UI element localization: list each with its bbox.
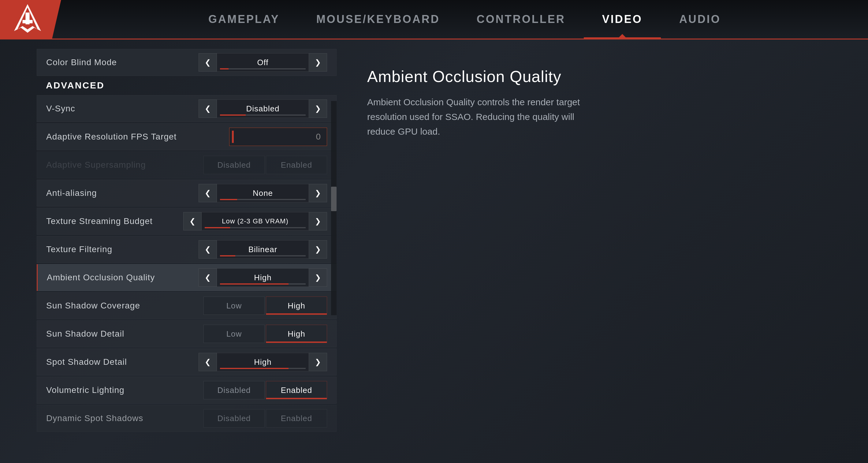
texture-budget-selector: ❮ Low (2-3 GB VRAM) ❯: [183, 212, 327, 230]
color-blind-value-display: Off: [217, 53, 309, 72]
vsync-bar-fill: [220, 115, 246, 116]
tab-audio[interactable]: AUDIO: [661, 0, 739, 38]
spot-shadow-detail-value: High: [254, 358, 271, 367]
tab-mouse-keyboard[interactable]: MOUSE/KEYBOARD: [298, 0, 458, 38]
ambient-occlusion-arrow-left-icon: ❮: [205, 273, 211, 282]
scrollbar-track[interactable]: [331, 101, 337, 315]
anti-aliasing-bar: [220, 199, 306, 200]
sun-shadow-detail-row[interactable]: Sun Shadow Detail Low High: [37, 320, 337, 347]
advanced-section-header: ADVANCED: [37, 77, 337, 95]
color-blind-mode-row[interactable]: Color Blind Mode ❮ Off ❯: [37, 49, 337, 76]
texture-budget-row[interactable]: Texture Streaming Budget ❮ Low (2-3 GB V…: [37, 208, 337, 235]
texture-budget-arrow-left-icon: ❮: [189, 217, 195, 225]
sun-shadow-detail-high-label: High: [288, 329, 305, 339]
texture-budget-bar: [205, 227, 306, 228]
ambient-occlusion-arrow-right-icon: ❯: [315, 273, 321, 282]
dynamic-spot-shadows-enabled-btn[interactable]: Enabled: [266, 409, 327, 428]
sun-shadow-coverage-row[interactable]: Sun Shadow Coverage Low High: [37, 292, 337, 319]
vsync-next-btn[interactable]: ❯: [309, 99, 327, 118]
dynamic-spot-shadows-row[interactable]: Dynamic Spot Shadows Disabled Enabled: [37, 405, 337, 432]
main-content: Color Blind Mode ❮ Off ❯ ADVANCED V: [0, 43, 868, 463]
adaptive-supersampling-enabled-label: Enabled: [281, 160, 312, 170]
color-blind-value: Off: [257, 58, 268, 67]
color-blind-bar-fill: [220, 68, 228, 69]
dynamic-spot-shadows-disabled-label: Disabled: [217, 414, 251, 423]
anti-aliasing-prev-btn[interactable]: ❮: [198, 184, 217, 202]
volumetric-lighting-enabled-btn[interactable]: Enabled: [266, 381, 327, 399]
anti-aliasing-next-btn[interactable]: ❯: [309, 184, 327, 202]
sun-shadow-detail-label: Sun Shadow Detail: [46, 329, 204, 339]
tab-gameplay[interactable]: GAMEPLAY: [190, 0, 298, 38]
ambient-occlusion-next-btn[interactable]: ❯: [309, 268, 327, 287]
anti-aliasing-value: None: [253, 188, 273, 198]
vsync-value: Disabled: [246, 104, 279, 114]
sun-shadow-detail-high-btn[interactable]: High: [266, 325, 327, 343]
vsync-prev-btn[interactable]: ❮: [198, 99, 217, 118]
vsync-bar: [220, 115, 306, 116]
sun-shadow-detail-low-btn[interactable]: Low: [204, 325, 265, 343]
adaptive-fps-row[interactable]: Adaptive Resolution FPS Target 0: [37, 123, 337, 150]
vsync-arrow-left-icon: ❮: [205, 104, 211, 113]
texture-budget-arrow-right-icon: ❯: [315, 217, 321, 225]
texture-budget-next-btn[interactable]: ❯: [309, 212, 327, 230]
anti-aliasing-row[interactable]: Anti-aliasing ❮ None ❯: [37, 180, 337, 207]
svg-rect-3: [23, 20, 33, 23]
sun-shadow-coverage-low-btn[interactable]: Low: [204, 297, 265, 315]
texture-filtering-label: Texture Filtering: [46, 245, 198, 254]
vsync-row[interactable]: V-Sync ❮ Disabled ❯: [37, 95, 337, 122]
spot-shadow-detail-row[interactable]: Spot Shadow Detail ❮ High ❯: [37, 348, 337, 375]
color-blind-next-btn[interactable]: ❯: [309, 53, 327, 72]
sun-shadow-detail-toggle: Low High: [204, 325, 327, 343]
tab-video[interactable]: VIDEO: [584, 0, 661, 38]
adaptive-supersampling-row[interactable]: Adaptive Supersampling Disabled Enabled: [37, 152, 337, 178]
texture-budget-bar-fill: [205, 227, 230, 228]
color-blind-prev-btn[interactable]: ❮: [198, 53, 217, 72]
ambient-occlusion-row[interactable]: Ambient Occlusion Quality ❮ High ❯: [37, 264, 337, 291]
spot-shadow-detail-arrow-left-icon: ❮: [205, 358, 211, 366]
ambient-occlusion-bar: [220, 283, 306, 285]
adaptive-supersampling-disabled-label: Disabled: [217, 160, 251, 170]
adaptive-supersampling-disabled-btn[interactable]: Disabled: [204, 156, 265, 174]
texture-budget-prev-btn[interactable]: ❮: [183, 212, 202, 230]
volumetric-lighting-disabled-btn[interactable]: Disabled: [204, 381, 265, 399]
sun-shadow-coverage-toggle: Low High: [204, 297, 327, 315]
color-blind-selector: ❮ Off ❯: [198, 53, 327, 72]
texture-filtering-value-display: Bilinear: [217, 240, 309, 258]
ambient-occlusion-label: Ambient Occlusion Quality: [47, 273, 198, 282]
dynamic-spot-shadows-label: Dynamic Spot Shadows: [46, 413, 204, 423]
dynamic-spot-shadows-disabled-btn[interactable]: Disabled: [204, 409, 265, 428]
spot-shadow-detail-arrow-right-icon: ❯: [315, 358, 321, 366]
tab-controller[interactable]: CONTROLLER: [458, 0, 584, 38]
texture-filtering-next-btn[interactable]: ❯: [309, 240, 327, 258]
texture-filtering-bar-fill: [220, 255, 235, 256]
sun-shadow-coverage-high-label: High: [288, 301, 305, 311]
texture-filtering-row[interactable]: Texture Filtering ❮ Bilinear ❯: [37, 236, 337, 263]
texture-filtering-prev-btn[interactable]: ❮: [198, 240, 217, 258]
fps-bar-indicator: [232, 131, 234, 143]
dynamic-spot-shadows-enabled-label: Enabled: [281, 414, 312, 423]
spot-shadow-detail-bar-fill: [220, 368, 288, 369]
ambient-occlusion-prev-btn[interactable]: ❮: [198, 268, 217, 287]
arrow-right-icon: ❯: [315, 58, 321, 67]
texture-budget-value: Low (2-3 GB VRAM): [222, 217, 288, 225]
fps-input-area[interactable]: 0: [229, 128, 327, 146]
volumetric-lighting-row[interactable]: Volumetric Lighting Disabled Enabled: [37, 377, 337, 404]
sun-shadow-coverage-high-btn[interactable]: High: [266, 297, 327, 315]
spot-shadow-detail-next-btn[interactable]: ❯: [309, 353, 327, 371]
texture-filtering-value: Bilinear: [248, 245, 278, 254]
vsync-arrow-right-icon: ❯: [315, 104, 321, 113]
color-blind-label: Color Blind Mode: [46, 58, 198, 67]
fps-value: 0: [316, 132, 327, 142]
scrollbar-thumb[interactable]: [331, 187, 337, 211]
spot-shadow-detail-prev-btn[interactable]: ❮: [198, 353, 217, 371]
adaptive-supersampling-enabled-btn[interactable]: Enabled: [266, 156, 327, 174]
adaptive-supersampling-toggle: Disabled Enabled: [204, 156, 327, 174]
arrow-left-icon: ❮: [205, 58, 211, 67]
adaptive-fps-label: Adaptive Resolution FPS Target: [46, 132, 229, 142]
texture-budget-value-display: Low (2-3 GB VRAM): [202, 212, 309, 230]
anti-aliasing-bar-fill: [220, 199, 237, 200]
apex-logo-icon: [11, 2, 44, 36]
anti-aliasing-label: Anti-aliasing: [46, 188, 198, 198]
sun-shadow-coverage-label: Sun Shadow Coverage: [46, 301, 204, 311]
texture-budget-label: Texture Streaming Budget: [46, 216, 183, 226]
